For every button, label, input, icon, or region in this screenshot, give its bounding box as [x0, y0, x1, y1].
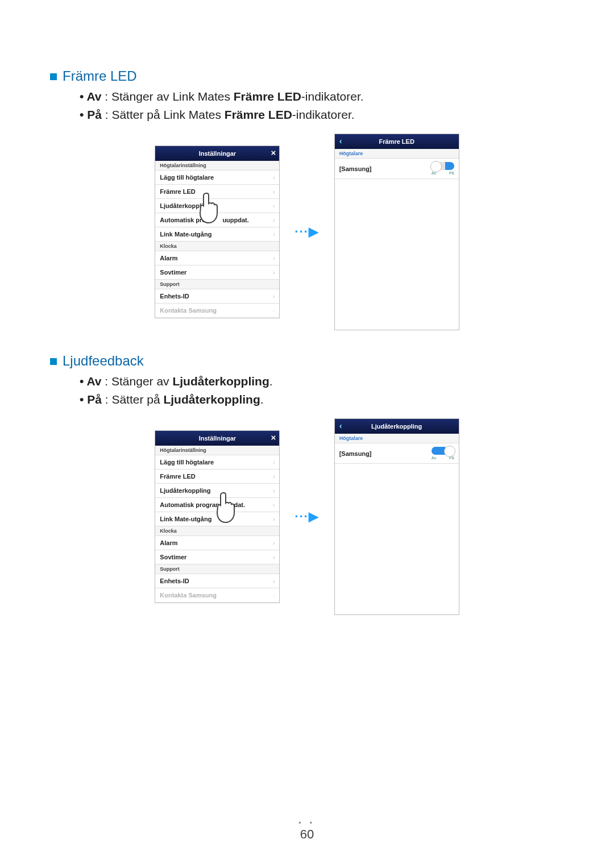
chevron-right-icon: › [273, 203, 275, 209]
sound-fb-list: Av : Stänger av Ljudåterkoppling. På : S… [80, 372, 564, 408]
chevron-right-icon: › [273, 269, 275, 276]
chevron-right-icon: › [273, 217, 275, 223]
chevron-right-icon: › [273, 488, 275, 494]
item-bold: Ljudåterkoppling [163, 393, 260, 406]
row-label: Link Mate-utgång [160, 516, 211, 522]
front-led-detail-panel: ‹ Främre LED Högtalare [Samsung] AvPå [334, 134, 459, 330]
row-label: Automatisk progran [160, 501, 219, 508]
row-auto-update[interactable]: Automatisk progranxxppdat.› [155, 498, 279, 512]
page-number-value: 60 [300, 827, 314, 841]
row-label: ppdat. [226, 501, 245, 508]
row-front-led[interactable]: Främre LED› [155, 185, 279, 199]
row-label: Sovtimer [160, 269, 186, 276]
row-label: Alarm [160, 255, 177, 261]
settings-panel: Inställningar × Högtalarinställning Lägg… [155, 430, 280, 603]
settings-panel: Inställningar × Högtalarinställning Lägg… [155, 146, 280, 318]
panel-title: Inställningar [199, 150, 236, 157]
category-speaker: Högtalarinställning [155, 161, 279, 171]
panel-header: Inställningar × [155, 431, 279, 446]
chevron-right-icon: › [273, 189, 275, 195]
row-add-speaker[interactable]: Lägg till högtalare› [155, 455, 279, 470]
row-label: Kontakta Samsung [160, 307, 217, 314]
chevron-right-icon: › [273, 554, 275, 560]
list-item: Av : Stänger av Ljudåterkoppling. [80, 372, 564, 391]
row-add-speaker[interactable]: Lägg till högtalare› [155, 171, 279, 185]
list-item: På : Sätter på Ljudåterkoppling. [80, 391, 564, 409]
back-icon[interactable]: ‹ [339, 136, 342, 146]
section-heading-front-led: Främre LED [50, 68, 564, 84]
square-bullet-icon [50, 358, 57, 365]
page-number: • • 60 [0, 821, 614, 842]
row-sovtimer[interactable]: Sovtimer› [155, 550, 279, 564]
row-contact[interactable]: Kontakta Samsung› [155, 588, 279, 603]
chevron-right-icon: › [273, 308, 275, 314]
flow-arrow-icon: ···▶ [294, 225, 319, 239]
chevron-right-icon: › [273, 516, 275, 522]
panel-title: Inställningar [199, 435, 236, 442]
back-icon[interactable]: ‹ [339, 421, 342, 430]
item-bold: Ljudåterkoppling [172, 375, 269, 388]
sound-fb-detail-panel: ‹ Ljudåterkoppling Högtalare [Samsung] A… [334, 418, 459, 615]
chevron-right-icon: › [273, 175, 275, 181]
item-text: : Stänger av [102, 375, 173, 388]
row-label: Ljudåterkoppling [160, 202, 210, 209]
category-speakers: Högtalare [335, 149, 459, 159]
toggle-switch[interactable] [432, 447, 454, 455]
row-label: Kontakta Samsung [160, 592, 217, 599]
panel-header: Inställningar × [155, 146, 279, 161]
row-sound-feedback[interactable]: Ljudåterkoppling› [155, 484, 279, 498]
item-bold: Främre LED [225, 108, 292, 121]
toggle-switch[interactable] [432, 162, 454, 170]
item-on-label: På [87, 108, 102, 121]
item-text: : Sätter på Link Mates [102, 108, 225, 121]
row-alarm[interactable]: Alarm› [155, 251, 279, 265]
row-sound-feedback[interactable]: Ljudåterkoppling› [155, 199, 279, 213]
item-bold: Främre LED [234, 90, 301, 103]
item-text: -indikatorer. [301, 90, 364, 103]
close-icon[interactable]: × [271, 148, 276, 157]
category-support: Support [155, 280, 279, 289]
panel-title: Ljudåterkoppling [371, 423, 422, 430]
panel-title: Främre LED [379, 138, 414, 145]
category-clock: Klocka [155, 526, 279, 536]
row-device-id[interactable]: Enhets-ID› [155, 289, 279, 304]
row-sovtimer[interactable]: Sovtimer› [155, 265, 279, 280]
row-label: Automatisk progr [160, 217, 212, 223]
row-front-led[interactable]: Främre LED› [155, 470, 279, 484]
section-heading-sound-fb: Ljudfeedback [50, 353, 564, 369]
row-linkmate-out[interactable]: Link Mate-utgång› [155, 512, 279, 526]
row-device-toggle[interactable]: [Samsung] AvPå [335, 443, 459, 464]
row-auto-update[interactable]: Automatisk progrxxxuuppdat.› [155, 213, 279, 227]
page-dots-icon: • • [0, 821, 614, 825]
row-contact[interactable]: Kontakta Samsung› [155, 304, 279, 318]
row-device-id[interactable]: Enhets-ID› [155, 574, 279, 588]
chevron-right-icon: › [273, 255, 275, 261]
item-off-label: Av [86, 375, 101, 388]
chevron-right-icon: › [273, 474, 275, 480]
item-text: : Sätter på [102, 393, 164, 406]
row-label: Sovtimer [160, 554, 186, 560]
row-alarm[interactable]: Alarm› [155, 536, 279, 550]
close-icon[interactable]: × [271, 433, 276, 442]
category-speakers: Högtalare [335, 434, 459, 443]
device-name: [Samsung] [339, 450, 372, 457]
row-label: Lägg till högtalare [160, 174, 214, 181]
category-clock: Klocka [155, 242, 279, 251]
figure-row-sound-fb: Inställningar × Högtalarinställning Lägg… [50, 418, 564, 615]
chevron-right-icon: › [273, 293, 275, 300]
chevron-right-icon: › [273, 231, 275, 238]
device-name: [Samsung] [339, 165, 372, 172]
row-label: Link Mate-utgång [160, 231, 211, 238]
front-led-list: Av : Stänger av Link Mates Främre LED-in… [80, 88, 564, 123]
row-label: Enhets-ID [160, 578, 189, 584]
list-item: Av : Stänger av Link Mates Främre LED-in… [80, 88, 564, 106]
panel-header: ‹ Ljudåterkoppling [335, 419, 459, 434]
chevron-right-icon: › [273, 540, 275, 546]
item-text: : Stänger av Link Mates [102, 90, 234, 103]
chevron-right-icon: › [273, 502, 275, 508]
row-device-toggle[interactable]: [Samsung] AvPå [335, 159, 459, 179]
item-on-label: På [87, 393, 102, 406]
section-title: Ljudfeedback [63, 353, 144, 368]
row-linkmate-out[interactable]: Link Mate-utgång› [155, 227, 279, 242]
panel-header: ‹ Främre LED [335, 134, 459, 149]
